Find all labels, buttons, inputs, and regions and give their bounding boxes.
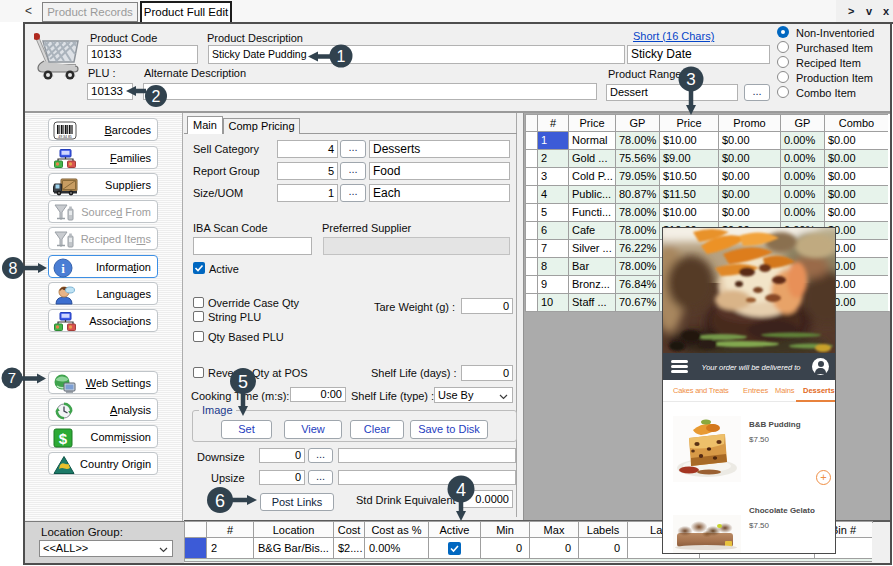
svg-text:7: 7 (8, 369, 16, 386)
svg-text:8: 8 (9, 260, 18, 277)
svg-text:3: 3 (686, 70, 695, 89)
svg-text:4: 4 (456, 480, 466, 500)
svg-text:2: 2 (152, 88, 161, 105)
svg-text:1: 1 (337, 48, 346, 65)
svg-text:6: 6 (215, 491, 225, 511)
svg-text:5: 5 (238, 372, 248, 392)
